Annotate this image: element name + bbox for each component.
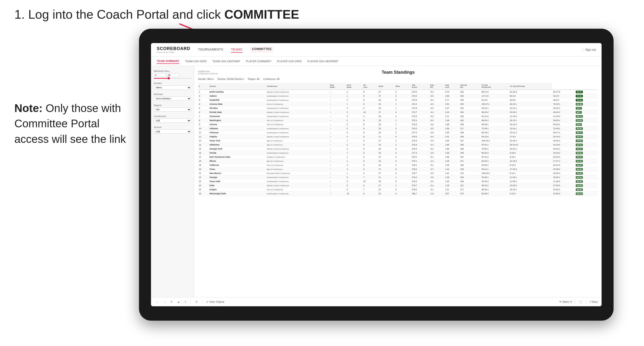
cell-wins: 6 xyxy=(394,135,411,139)
cell-vs50: 33-38-4 xyxy=(552,167,575,171)
filter-conference-select[interactable]: (All) xyxy=(154,118,191,123)
toolbar-share-small[interactable]: ⇧ xyxy=(183,300,188,304)
pill-gender-label: Gender: xyxy=(198,78,206,80)
cell-rank: 25 xyxy=(198,187,208,192)
sub-nav-team-summary[interactable]: TEAM SUMMARY xyxy=(157,59,179,64)
cell-rank: 16 xyxy=(198,151,208,155)
cell-no-tour: 10 xyxy=(362,110,378,114)
cell-conf-rank: 9 xyxy=(346,179,362,183)
standings-title: Team Standings xyxy=(382,70,415,75)
cell-avg-sg2: 1.90 xyxy=(444,131,459,135)
grid-icon: ☍ xyxy=(206,301,208,303)
sidebar-filters: Minimum Rou... Gender Men's Women's xyxy=(151,66,194,297)
nav-teams[interactable]: TEAMS xyxy=(231,47,242,53)
toolbar-reload[interactable]: ↻ xyxy=(169,300,174,304)
cell-avg-sg2: 1.21 xyxy=(444,187,459,192)
cell-reg-rank: – xyxy=(329,175,346,179)
cell-conference: Southeastern Conference xyxy=(266,127,329,131)
table-row: 1 North Carolina Atlantic Coast Conferen… xyxy=(198,90,598,94)
sub-nav-player-h2h-grid[interactable]: PLAYER H2H GRID xyxy=(277,59,302,64)
pill-conference-val: All xyxy=(277,78,280,80)
cell-avg-low: 264 xyxy=(460,110,481,114)
cell-conference: Atlantic Coast Conference xyxy=(266,110,329,114)
view-original-btn[interactable]: ☍ View: Original xyxy=(206,301,224,303)
filter-min-input[interactable] xyxy=(154,73,166,77)
cell-avg-sg2: 2.77 xyxy=(444,98,459,102)
nav-committee[interactable]: COMMITTEE xyxy=(250,47,274,53)
cell-no-tour: 8 xyxy=(362,98,378,102)
cell-rnds: 23 xyxy=(378,192,394,196)
cell-overall: 92-40-3 xyxy=(480,179,509,183)
cell-rank: 7 xyxy=(198,114,208,118)
cell-school: Oregon xyxy=(208,187,266,192)
cell-vs50: 23-16-2 xyxy=(552,155,575,159)
cell-overall: 87-21-2 xyxy=(480,155,509,159)
cell-avg-sg: -6.2 xyxy=(429,147,444,151)
filter-region-select[interactable]: N/A All xyxy=(154,107,191,112)
cell-overall: 97-01-1 xyxy=(480,143,509,147)
cell-rank: 10 xyxy=(198,127,208,131)
pill-conference-label: Conference: xyxy=(263,78,276,80)
cell-points: 68.27 xyxy=(575,163,598,167)
table-header-info: Update time: 27/03/2024 16:56:26 Team St… xyxy=(198,70,598,75)
cell-no-tour: 9 xyxy=(362,167,378,171)
table-row: 8 Washington Pac-12 Conference – 2 8 23 … xyxy=(198,118,598,123)
cell-rank: 8 xyxy=(198,118,208,123)
cell-rank: 5 xyxy=(198,106,208,110)
nav-tournaments[interactable]: TOURNAMENTS xyxy=(198,47,223,53)
filter-school-select[interactable]: (All) xyxy=(154,130,191,134)
cell-rnds: 21 xyxy=(378,175,394,179)
pill-division: Division: NCAA Division I xyxy=(218,78,244,80)
sign-out-link[interactable]: Sign out xyxy=(585,48,596,51)
cell-overall: 117-4-0 xyxy=(480,94,509,98)
cell-no-tour: 9 xyxy=(362,151,378,155)
cell-wins: 8 xyxy=(394,171,411,175)
cell-avg-sg2: 2.52 xyxy=(444,102,459,106)
filter-division-select[interactable]: NCAA Division I NCAA Division II NCAA Di… xyxy=(154,96,191,101)
cell-vs25: 30-4-0 xyxy=(509,94,552,98)
cell-no-tour: 9 xyxy=(362,90,378,94)
cell-wins: 3 xyxy=(394,131,411,135)
cell-avg-low: 270 xyxy=(460,192,481,196)
cell-avg-sg2: 1.41 xyxy=(444,171,459,175)
col-conf-rank: ConfRank xyxy=(346,83,362,90)
cell-school: Mississippi State xyxy=(208,192,266,196)
watch-btn[interactable]: 👁 Watch ▼ xyxy=(559,301,572,303)
filter-region: Region N/A All xyxy=(154,104,191,112)
toolbar-fullscreen[interactable]: ⛶ xyxy=(578,300,583,304)
cell-points: 73.7 xyxy=(575,106,598,110)
toolbar-forward[interactable]: → xyxy=(162,300,167,304)
pill-region-val: All xyxy=(257,78,259,80)
share-btn[interactable]: ⤴ Share xyxy=(589,301,598,303)
toolbar-home[interactable]: ▲ xyxy=(176,300,181,304)
cell-no-tour: 6 xyxy=(362,106,378,110)
cell-vs50: 79-25-1 xyxy=(552,102,575,106)
toolbar-clock[interactable]: ⏱ xyxy=(194,300,199,304)
cell-school: Washington xyxy=(208,118,266,123)
cell-rank: 12 xyxy=(198,135,208,139)
filter-gender-select[interactable]: Men's Women's xyxy=(154,85,191,90)
sub-nav-player-h2h-heatmap[interactable]: PLAYER H2H HEATMAP xyxy=(308,59,338,64)
cell-rnds: 18 xyxy=(378,106,394,110)
cell-vs25: 4-21-0 xyxy=(509,192,552,196)
sub-nav-player-summary[interactable]: PLAYER SUMMARY xyxy=(246,59,271,64)
cell-adj-score: 278.1 xyxy=(411,155,429,159)
cell-avg-sg: -1.4 xyxy=(429,159,444,163)
cell-wins: 0 xyxy=(394,192,411,196)
cell-avg-sg2: 0.97 xyxy=(444,192,459,196)
cell-avg-sg: -3.5 xyxy=(429,139,444,143)
cell-adj-score: 279.5 xyxy=(411,187,429,192)
table-row: 20 Texas Big 12 Conference – 3 9 27 8 27… xyxy=(198,167,598,171)
cell-vs50: 29-21-0 xyxy=(552,163,575,167)
filter-max-input[interactable] xyxy=(167,73,179,77)
cell-rnds: 23 xyxy=(378,118,394,123)
cell-rank: 11 xyxy=(198,131,208,135)
cell-points: 68.54 xyxy=(575,175,598,179)
slider-track[interactable] xyxy=(154,78,191,79)
sub-nav-team-h2h-heatmap[interactable]: TEAM H2H HEATMAP xyxy=(212,59,240,64)
sub-nav-team-h2h-grid[interactable]: TEAM H2H GRID xyxy=(185,59,206,64)
cell-no-tour: 10 xyxy=(362,179,378,183)
cell-school: North Carolina xyxy=(208,90,266,94)
toolbar-back[interactable]: ← xyxy=(155,300,160,304)
table-row: 11 Arkansas Southeastern Conference – 6 … xyxy=(198,131,598,135)
